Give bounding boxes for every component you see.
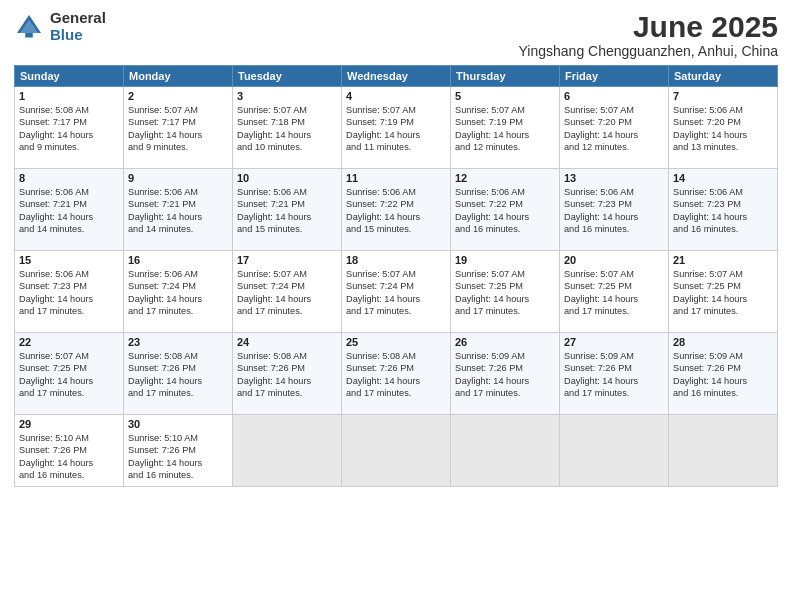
day-number: 13 [564,172,664,184]
day-number: 24 [237,336,337,348]
day-info: Sunrise: 5:07 AMSunset: 7:25 PMDaylight:… [673,268,773,318]
day-info: Sunrise: 5:08 AMSunset: 7:26 PMDaylight:… [128,350,228,400]
day-info: Sunrise: 5:09 AMSunset: 7:26 PMDaylight:… [673,350,773,400]
table-row [451,415,560,487]
day-number: 30 [128,418,228,430]
table-row: 12Sunrise: 5:06 AMSunset: 7:22 PMDayligh… [451,169,560,251]
calendar-subtitle: Yingshang Chengguanzhen, Anhui, China [519,43,778,59]
table-row: 23Sunrise: 5:08 AMSunset: 7:26 PMDayligh… [124,333,233,415]
table-row: 13Sunrise: 5:06 AMSunset: 7:23 PMDayligh… [560,169,669,251]
table-row [342,415,451,487]
table-row: 7Sunrise: 5:06 AMSunset: 7:20 PMDaylight… [669,87,778,169]
day-number: 23 [128,336,228,348]
day-info: Sunrise: 5:06 AMSunset: 7:22 PMDaylight:… [455,186,555,236]
table-row: 2Sunrise: 5:07 AMSunset: 7:17 PMDaylight… [124,87,233,169]
day-info: Sunrise: 5:09 AMSunset: 7:26 PMDaylight:… [564,350,664,400]
day-info: Sunrise: 5:07 AMSunset: 7:24 PMDaylight:… [237,268,337,318]
calendar-table: Sunday Monday Tuesday Wednesday Thursday… [14,65,778,487]
day-info: Sunrise: 5:06 AMSunset: 7:23 PMDaylight:… [673,186,773,236]
table-row: 3Sunrise: 5:07 AMSunset: 7:18 PMDaylight… [233,87,342,169]
logo-general-text: General [50,10,106,27]
table-row: 22Sunrise: 5:07 AMSunset: 7:25 PMDayligh… [15,333,124,415]
table-row: 27Sunrise: 5:09 AMSunset: 7:26 PMDayligh… [560,333,669,415]
day-number: 10 [237,172,337,184]
calendar-header-row: Sunday Monday Tuesday Wednesday Thursday… [15,66,778,87]
day-info: Sunrise: 5:06 AMSunset: 7:23 PMDaylight:… [564,186,664,236]
day-number: 11 [346,172,446,184]
day-number: 15 [19,254,119,266]
day-number: 7 [673,90,773,102]
day-info: Sunrise: 5:06 AMSunset: 7:21 PMDaylight:… [19,186,119,236]
day-number: 29 [19,418,119,430]
day-info: Sunrise: 5:07 AMSunset: 7:25 PMDaylight:… [455,268,555,318]
calendar-title: June 2025 [519,10,778,43]
day-number: 5 [455,90,555,102]
table-row: 15Sunrise: 5:06 AMSunset: 7:23 PMDayligh… [15,251,124,333]
col-wednesday: Wednesday [342,66,451,87]
day-info: Sunrise: 5:06 AMSunset: 7:21 PMDaylight:… [237,186,337,236]
day-number: 3 [237,90,337,102]
table-row: 10Sunrise: 5:06 AMSunset: 7:21 PMDayligh… [233,169,342,251]
col-monday: Monday [124,66,233,87]
table-row: 9Sunrise: 5:06 AMSunset: 7:21 PMDaylight… [124,169,233,251]
day-info: Sunrise: 5:07 AMSunset: 7:24 PMDaylight:… [346,268,446,318]
day-number: 2 [128,90,228,102]
col-tuesday: Tuesday [233,66,342,87]
table-row [560,415,669,487]
logo-blue-text: Blue [50,27,106,44]
logo: General Blue [14,10,106,43]
day-info: Sunrise: 5:08 AMSunset: 7:17 PMDaylight:… [19,104,119,154]
day-number: 8 [19,172,119,184]
table-row: 4Sunrise: 5:07 AMSunset: 7:19 PMDaylight… [342,87,451,169]
day-number: 14 [673,172,773,184]
table-row: 25Sunrise: 5:08 AMSunset: 7:26 PMDayligh… [342,333,451,415]
table-row: 16Sunrise: 5:06 AMSunset: 7:24 PMDayligh… [124,251,233,333]
table-row: 19Sunrise: 5:07 AMSunset: 7:25 PMDayligh… [451,251,560,333]
table-row: 11Sunrise: 5:06 AMSunset: 7:22 PMDayligh… [342,169,451,251]
day-info: Sunrise: 5:06 AMSunset: 7:21 PMDaylight:… [128,186,228,236]
day-number: 22 [19,336,119,348]
table-row: 24Sunrise: 5:08 AMSunset: 7:26 PMDayligh… [233,333,342,415]
day-number: 16 [128,254,228,266]
table-row: 17Sunrise: 5:07 AMSunset: 7:24 PMDayligh… [233,251,342,333]
col-thursday: Thursday [451,66,560,87]
day-info: Sunrise: 5:06 AMSunset: 7:23 PMDaylight:… [19,268,119,318]
day-number: 27 [564,336,664,348]
day-info: Sunrise: 5:10 AMSunset: 7:26 PMDaylight:… [19,432,119,482]
day-number: 18 [346,254,446,266]
day-info: Sunrise: 5:07 AMSunset: 7:18 PMDaylight:… [237,104,337,154]
logo-icon [14,12,44,42]
table-row: 21Sunrise: 5:07 AMSunset: 7:25 PMDayligh… [669,251,778,333]
day-number: 28 [673,336,773,348]
col-sunday: Sunday [15,66,124,87]
table-row: 14Sunrise: 5:06 AMSunset: 7:23 PMDayligh… [669,169,778,251]
day-number: 9 [128,172,228,184]
table-row: 30Sunrise: 5:10 AMSunset: 7:26 PMDayligh… [124,415,233,487]
col-saturday: Saturday [669,66,778,87]
day-info: Sunrise: 5:07 AMSunset: 7:25 PMDaylight:… [19,350,119,400]
table-row: 6Sunrise: 5:07 AMSunset: 7:20 PMDaylight… [560,87,669,169]
day-number: 26 [455,336,555,348]
day-info: Sunrise: 5:07 AMSunset: 7:17 PMDaylight:… [128,104,228,154]
day-info: Sunrise: 5:07 AMSunset: 7:20 PMDaylight:… [564,104,664,154]
day-number: 4 [346,90,446,102]
table-row: 26Sunrise: 5:09 AMSunset: 7:26 PMDayligh… [451,333,560,415]
day-info: Sunrise: 5:06 AMSunset: 7:20 PMDaylight:… [673,104,773,154]
day-info: Sunrise: 5:10 AMSunset: 7:26 PMDaylight:… [128,432,228,482]
day-number: 19 [455,254,555,266]
day-number: 20 [564,254,664,266]
day-info: Sunrise: 5:08 AMSunset: 7:26 PMDaylight:… [346,350,446,400]
table-row: 20Sunrise: 5:07 AMSunset: 7:25 PMDayligh… [560,251,669,333]
table-row [669,415,778,487]
table-row: 29Sunrise: 5:10 AMSunset: 7:26 PMDayligh… [15,415,124,487]
day-number: 17 [237,254,337,266]
day-info: Sunrise: 5:08 AMSunset: 7:26 PMDaylight:… [237,350,337,400]
col-friday: Friday [560,66,669,87]
day-number: 12 [455,172,555,184]
day-info: Sunrise: 5:07 AMSunset: 7:19 PMDaylight:… [346,104,446,154]
day-info: Sunrise: 5:09 AMSunset: 7:26 PMDaylight:… [455,350,555,400]
table-row: 18Sunrise: 5:07 AMSunset: 7:24 PMDayligh… [342,251,451,333]
day-info: Sunrise: 5:07 AMSunset: 7:19 PMDaylight:… [455,104,555,154]
logo-text: General Blue [50,10,106,43]
table-row: 5Sunrise: 5:07 AMSunset: 7:19 PMDaylight… [451,87,560,169]
